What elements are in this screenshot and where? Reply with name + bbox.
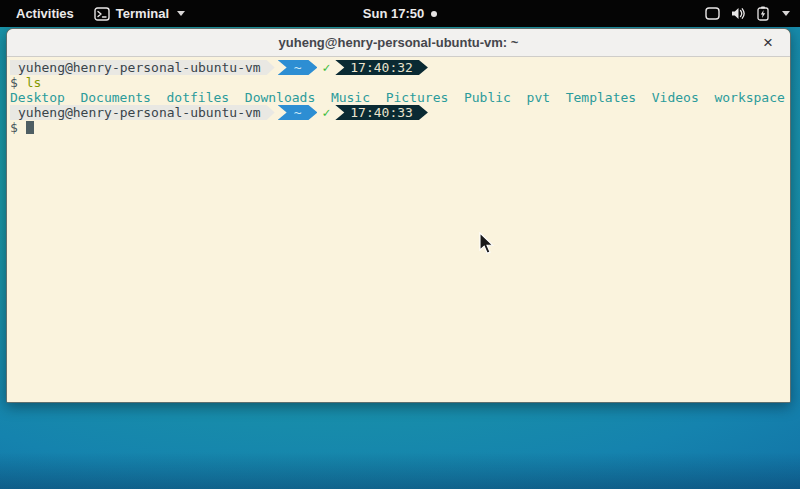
text-cursor — [26, 121, 34, 134]
prompt-user-host: yuheng@henry-personal-ubuntu-vm — [10, 105, 275, 120]
directory-listing: Desktop Documents dotfiles Downloads Mus… — [10, 90, 790, 105]
chevron-down-icon — [177, 11, 185, 16]
window-title: yuheng@henry-personal-ubuntu-vm: ~ — [279, 35, 519, 50]
command-line: $ ls — [10, 75, 790, 90]
prompt-user-host: yuheng@henry-personal-ubuntu-vm — [10, 60, 275, 75]
wallpaper: yuheng@henry-personal-ubuntu-vm: ~ × yuh… — [0, 27, 800, 489]
clock-button[interactable]: Sun 17:50 — [363, 6, 437, 21]
top-bar: Activities Terminal Sun 17:50 — [0, 0, 800, 27]
desktop: Activities Terminal Sun 17:50 — [0, 0, 800, 489]
prompt-status-check-icon: ✓ — [322, 105, 330, 120]
input-line[interactable]: $ — [10, 120, 790, 135]
terminal-icon — [94, 7, 110, 21]
terminal-window: yuheng@henry-personal-ubuntu-vm: ~ × yuh… — [6, 28, 791, 403]
terminal-content[interactable]: yuheng@henry-personal-ubuntu-vm ~ ✓ 17:4… — [7, 57, 790, 403]
close-button[interactable]: × — [756, 31, 780, 55]
chevron-down-icon — [782, 11, 790, 16]
clock-label: Sun 17:50 — [363, 6, 424, 21]
typed-command: ls — [26, 75, 42, 90]
app-menu-label: Terminal — [116, 6, 169, 21]
top-bar-left: Activities Terminal — [0, 2, 363, 25]
prompt-time-segment: 17:40:32 — [335, 60, 428, 75]
prompt-cwd-segment: ~ — [278, 105, 318, 120]
prompt-status-check-icon: ✓ — [322, 60, 330, 75]
prompt-cwd-segment: ~ — [278, 60, 318, 75]
prompt-line-1: yuheng@henry-personal-ubuntu-vm ~ ✓ 17:4… — [10, 60, 790, 75]
activities-button[interactable]: Activities — [10, 2, 80, 25]
prompt-line-2: yuheng@henry-personal-ubuntu-vm ~ ✓ 17:4… — [10, 105, 790, 120]
system-status-area[interactable] — [437, 6, 800, 21]
shell-prompt-char: $ — [10, 75, 18, 90]
window-titlebar[interactable]: yuheng@henry-personal-ubuntu-vm: ~ × — [7, 29, 790, 57]
prompt-time-segment: 17:40:33 — [335, 105, 428, 120]
volume-icon — [731, 7, 746, 20]
app-menu-terminal[interactable]: Terminal — [94, 6, 185, 21]
shell-prompt-char: $ — [10, 120, 18, 135]
screen-share-icon — [705, 7, 720, 20]
top-bar-center: Sun 17:50 — [363, 6, 437, 21]
battery-charging-icon — [757, 6, 769, 21]
